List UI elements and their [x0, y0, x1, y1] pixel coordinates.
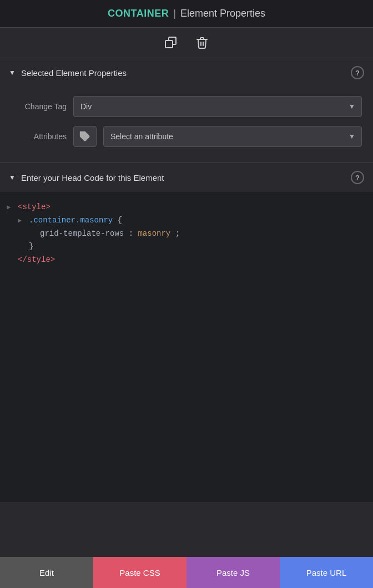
code-text-2: .container.masonry {: [29, 214, 366, 227]
code-line-2: ▶ .container.masonry {: [7, 214, 366, 227]
code-line-5: ▶ </style>: [7, 254, 366, 267]
property-name: grid-template-rows: [40, 229, 124, 238]
change-tag-select[interactable]: Div Section Article Aside Header Footer …: [73, 96, 362, 117]
head-code-help-button[interactable]: ?: [351, 171, 364, 184]
code-arrow-1: ▶: [7, 202, 13, 213]
brace-close: }: [29, 242, 33, 251]
selected-element-header[interactable]: ▼ Selected Element Properties ?: [0, 58, 373, 87]
style-close-tag: </style>: [18, 255, 55, 264]
selector-text: .container.masonry: [29, 216, 113, 225]
change-tag-label: Change Tag: [11, 102, 67, 111]
duplicate-button[interactable]: [161, 33, 181, 53]
container-label: CONTAINER: [108, 8, 169, 19]
selected-element-title: Selected Element Properties: [21, 68, 127, 78]
code-text-1: <style>: [18, 201, 366, 214]
duplicate-icon: [164, 36, 178, 49]
change-tag-row: Change Tag Div Section Article Aside Hea…: [11, 96, 362, 117]
delete-button[interactable]: [192, 33, 212, 53]
element-properties-label: Element Properties: [180, 8, 265, 19]
property-semicolon: ;: [175, 229, 180, 238]
property-value: masonry: [138, 229, 170, 238]
code-editor[interactable]: ▶ <style> ▶ .container.masonry { ▶ grid-…: [0, 192, 373, 503]
head-code-title: Enter your Head Code for this Element: [21, 173, 164, 183]
code-arrow-2: ▶: [18, 215, 24, 226]
head-code-chevron-icon: ▼: [9, 174, 16, 181]
selected-element-chevron-icon: ▼: [9, 69, 16, 77]
bottom-toolbar: Edit Paste CSS Paste JS Paste URL: [0, 557, 373, 588]
code-line-1: ▶ <style>: [7, 201, 366, 214]
attributes-select[interactable]: Select an attribute id class style data-…: [103, 126, 362, 147]
paste-js-button[interactable]: Paste JS: [186, 557, 280, 588]
header-title: CONTAINER | Element Properties: [108, 8, 265, 19]
toolbar: [0, 28, 373, 58]
head-code-header-left: ▼ Enter your Head Code for this Element: [9, 173, 164, 183]
attributes-row: Attributes Select an attribute id class …: [11, 126, 362, 147]
trash-icon: [195, 36, 209, 49]
brace-open: {: [118, 216, 122, 225]
head-code-section: ▼ Enter your Head Code for this Element …: [0, 163, 373, 503]
style-open-tag: <style>: [18, 202, 51, 211]
property-colon: :: [129, 229, 138, 238]
tag-icon-button[interactable]: [73, 126, 97, 147]
section-header-left: ▼ Selected Element Properties: [9, 68, 127, 78]
code-text-4: }: [29, 240, 366, 254]
selected-element-help-button[interactable]: ?: [351, 66, 364, 79]
attributes-label: Attributes: [11, 132, 67, 141]
header: CONTAINER | Element Properties: [0, 0, 373, 28]
properties-content: Change Tag Div Section Article Aside Hea…: [0, 87, 373, 163]
code-line-3: ▶ grid-template-rows : masonry ;: [7, 227, 366, 241]
code-text-3: grid-template-rows : masonry ;: [40, 227, 366, 241]
attributes-select-wrapper: Select an attribute id class style data-…: [103, 126, 362, 147]
paste-url-button[interactable]: Paste URL: [280, 557, 373, 588]
svg-rect-1: [165, 40, 173, 48]
paste-css-button[interactable]: Paste CSS: [93, 557, 186, 588]
header-separator: |: [173, 8, 176, 19]
head-code-header[interactable]: ▼ Enter your Head Code for this Element …: [0, 163, 373, 192]
tag-icon: [79, 131, 90, 142]
change-tag-control: Div Section Article Aside Header Footer …: [73, 96, 362, 117]
change-tag-select-wrapper: Div Section Article Aside Header Footer …: [73, 96, 362, 117]
edit-button[interactable]: Edit: [0, 557, 93, 588]
code-line-4: ▶ }: [7, 240, 366, 254]
code-text-5: </style>: [18, 254, 366, 267]
selected-element-section: ▼ Selected Element Properties ? Change T…: [0, 58, 373, 163]
